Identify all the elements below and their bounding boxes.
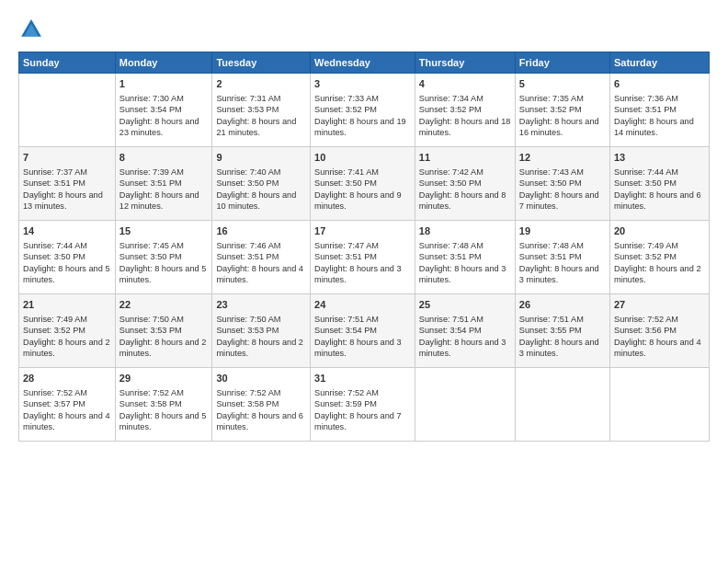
day-number: 21 <box>23 298 111 312</box>
calendar-cell: 29Sunrise: 7:52 AMSunset: 3:58 PMDayligh… <box>115 368 212 442</box>
calendar-cell: 6Sunrise: 7:36 AMSunset: 3:51 PMDaylight… <box>610 74 710 147</box>
calendar-cell: 23Sunrise: 7:50 AMSunset: 3:53 PMDayligh… <box>212 294 311 368</box>
cell-content: Sunrise: 7:43 AMSunset: 3:50 PMDaylight:… <box>519 167 606 213</box>
logo <box>18 17 48 42</box>
cell-content: Sunrise: 7:33 AMSunset: 3:52 PMDaylight:… <box>314 93 411 139</box>
calendar-cell: 27Sunrise: 7:52 AMSunset: 3:56 PMDayligh… <box>610 294 710 368</box>
cell-content: Sunrise: 7:45 AMSunset: 3:50 PMDaylight:… <box>119 240 209 286</box>
cell-content: Sunrise: 7:46 AMSunset: 3:51 PMDaylight:… <box>216 240 306 286</box>
cell-content: Sunrise: 7:49 AMSunset: 3:52 PMDaylight:… <box>614 240 705 286</box>
calendar-cell: 3Sunrise: 7:33 AMSunset: 3:52 PMDaylight… <box>311 74 415 147</box>
day-number: 11 <box>419 151 511 165</box>
day-number: 18 <box>419 224 511 238</box>
cell-content: Sunrise: 7:51 AMSunset: 3:55 PMDaylight:… <box>519 314 606 360</box>
calendar-cell: 17Sunrise: 7:47 AMSunset: 3:51 PMDayligh… <box>311 221 415 294</box>
cell-content: Sunrise: 7:41 AMSunset: 3:50 PMDaylight:… <box>314 167 411 213</box>
cell-content: Sunrise: 7:44 AMSunset: 3:50 PMDaylight:… <box>23 240 111 286</box>
cell-content: Sunrise: 7:48 AMSunset: 3:51 PMDaylight:… <box>519 240 606 286</box>
calendar-cell: 24Sunrise: 7:51 AMSunset: 3:54 PMDayligh… <box>311 294 415 368</box>
day-number: 25 <box>419 298 511 312</box>
cell-content: Sunrise: 7:42 AMSunset: 3:50 PMDaylight:… <box>419 167 511 213</box>
calendar-cell <box>610 368 710 442</box>
calendar-body: 1Sunrise: 7:30 AMSunset: 3:54 PMDaylight… <box>19 74 710 442</box>
weekday-header: Monday <box>115 52 212 74</box>
day-number: 6 <box>614 77 705 91</box>
calendar-cell: 13Sunrise: 7:44 AMSunset: 3:50 PMDayligh… <box>610 147 710 221</box>
calendar-table: SundayMondayTuesdayWednesdayThursdayFrid… <box>18 52 710 442</box>
cell-content: Sunrise: 7:48 AMSunset: 3:51 PMDaylight:… <box>419 240 511 286</box>
day-number: 9 <box>216 151 306 165</box>
day-number: 31 <box>314 372 411 385</box>
page: SundayMondayTuesdayWednesdayThursdayFrid… <box>0 0 728 563</box>
day-number: 10 <box>314 151 411 165</box>
calendar-week-row: 14Sunrise: 7:44 AMSunset: 3:50 PMDayligh… <box>19 221 710 294</box>
calendar-cell: 11Sunrise: 7:42 AMSunset: 3:50 PMDayligh… <box>415 147 515 221</box>
calendar-cell <box>19 74 116 147</box>
cell-content: Sunrise: 7:50 AMSunset: 3:53 PMDaylight:… <box>119 314 209 360</box>
calendar-cell: 9Sunrise: 7:40 AMSunset: 3:50 PMDaylight… <box>212 147 311 221</box>
day-number: 14 <box>23 224 111 238</box>
calendar-cell: 20Sunrise: 7:49 AMSunset: 3:52 PMDayligh… <box>610 221 710 294</box>
day-number: 16 <box>216 224 306 238</box>
day-number: 13 <box>614 151 705 165</box>
calendar-cell: 21Sunrise: 7:49 AMSunset: 3:52 PMDayligh… <box>19 294 116 368</box>
day-number: 20 <box>614 224 705 238</box>
calendar-cell: 10Sunrise: 7:41 AMSunset: 3:50 PMDayligh… <box>311 147 415 221</box>
cell-content: Sunrise: 7:52 AMSunset: 3:58 PMDaylight:… <box>216 387 306 433</box>
cell-content: Sunrise: 7:37 AMSunset: 3:51 PMDaylight:… <box>23 167 111 213</box>
day-number: 5 <box>519 77 606 91</box>
day-number: 29 <box>119 372 209 385</box>
weekday-header: Sunday <box>19 52 116 74</box>
logo-icon <box>18 17 44 42</box>
calendar-cell: 16Sunrise: 7:46 AMSunset: 3:51 PMDayligh… <box>212 221 311 294</box>
calendar-cell <box>515 368 609 442</box>
cell-content: Sunrise: 7:50 AMSunset: 3:53 PMDaylight:… <box>216 314 306 360</box>
day-number: 27 <box>614 298 705 312</box>
day-number: 8 <box>119 151 209 165</box>
calendar-week-row: 7Sunrise: 7:37 AMSunset: 3:51 PMDaylight… <box>19 147 710 221</box>
day-number: 23 <box>216 298 306 312</box>
day-number: 4 <box>419 77 511 91</box>
calendar-cell: 4Sunrise: 7:34 AMSunset: 3:52 PMDaylight… <box>415 74 515 147</box>
calendar-header: SundayMondayTuesdayWednesdayThursdayFrid… <box>19 52 710 74</box>
calendar-cell: 26Sunrise: 7:51 AMSunset: 3:55 PMDayligh… <box>515 294 609 368</box>
weekday-header: Friday <box>515 52 609 74</box>
day-number: 1 <box>119 77 209 91</box>
calendar-cell: 2Sunrise: 7:31 AMSunset: 3:53 PMDaylight… <box>212 74 311 147</box>
weekday-header: Wednesday <box>311 52 415 74</box>
day-number: 30 <box>216 372 306 385</box>
calendar-cell: 12Sunrise: 7:43 AMSunset: 3:50 PMDayligh… <box>515 147 609 221</box>
day-number: 17 <box>314 224 411 238</box>
calendar-cell: 19Sunrise: 7:48 AMSunset: 3:51 PMDayligh… <box>515 221 609 294</box>
calendar-cell: 8Sunrise: 7:39 AMSunset: 3:51 PMDaylight… <box>115 147 212 221</box>
calendar-cell: 30Sunrise: 7:52 AMSunset: 3:58 PMDayligh… <box>212 368 311 442</box>
weekday-header: Saturday <box>610 52 710 74</box>
day-number: 12 <box>519 151 606 165</box>
calendar-week-row: 1Sunrise: 7:30 AMSunset: 3:54 PMDaylight… <box>19 74 710 147</box>
calendar-week-row: 21Sunrise: 7:49 AMSunset: 3:52 PMDayligh… <box>19 294 710 368</box>
calendar-cell: 31Sunrise: 7:52 AMSunset: 3:59 PMDayligh… <box>311 368 415 442</box>
day-number: 15 <box>119 224 209 238</box>
calendar-cell: 5Sunrise: 7:35 AMSunset: 3:52 PMDaylight… <box>515 74 609 147</box>
header-row: SundayMondayTuesdayWednesdayThursdayFrid… <box>19 52 710 74</box>
calendar-cell: 1Sunrise: 7:30 AMSunset: 3:54 PMDaylight… <box>115 74 212 147</box>
calendar-cell: 7Sunrise: 7:37 AMSunset: 3:51 PMDaylight… <box>19 147 116 221</box>
day-number: 3 <box>314 77 411 91</box>
cell-content: Sunrise: 7:51 AMSunset: 3:54 PMDaylight:… <box>419 314 511 360</box>
calendar-cell: 15Sunrise: 7:45 AMSunset: 3:50 PMDayligh… <box>115 221 212 294</box>
cell-content: Sunrise: 7:31 AMSunset: 3:53 PMDaylight:… <box>216 93 306 139</box>
day-number: 2 <box>216 77 306 91</box>
weekday-header: Thursday <box>415 52 515 74</box>
cell-content: Sunrise: 7:30 AMSunset: 3:54 PMDaylight:… <box>119 93 209 139</box>
cell-content: Sunrise: 7:47 AMSunset: 3:51 PMDaylight:… <box>314 240 411 286</box>
cell-content: Sunrise: 7:34 AMSunset: 3:52 PMDaylight:… <box>419 93 511 139</box>
cell-content: Sunrise: 7:36 AMSunset: 3:51 PMDaylight:… <box>614 93 705 139</box>
cell-content: Sunrise: 7:52 AMSunset: 3:56 PMDaylight:… <box>614 314 705 360</box>
cell-content: Sunrise: 7:40 AMSunset: 3:50 PMDaylight:… <box>216 167 306 213</box>
calendar-week-row: 28Sunrise: 7:52 AMSunset: 3:57 PMDayligh… <box>19 368 710 442</box>
calendar-cell: 28Sunrise: 7:52 AMSunset: 3:57 PMDayligh… <box>19 368 116 442</box>
cell-content: Sunrise: 7:52 AMSunset: 3:59 PMDaylight:… <box>314 387 411 433</box>
calendar-cell: 25Sunrise: 7:51 AMSunset: 3:54 PMDayligh… <box>415 294 515 368</box>
cell-content: Sunrise: 7:52 AMSunset: 3:57 PMDaylight:… <box>23 387 111 433</box>
day-number: 24 <box>314 298 411 312</box>
